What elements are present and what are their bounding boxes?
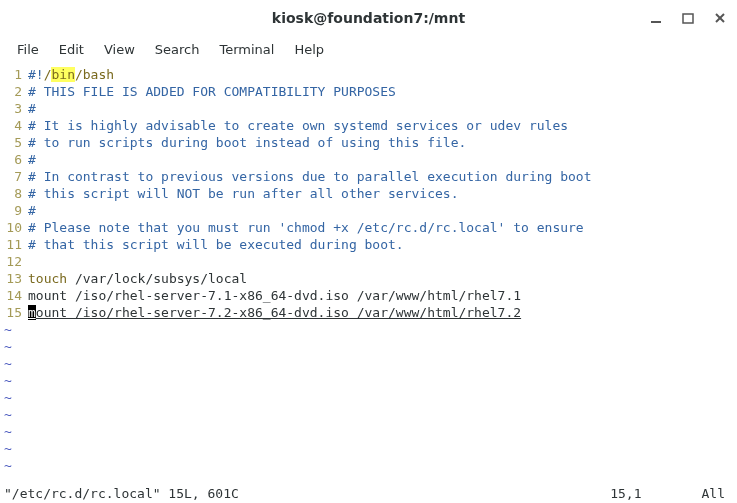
code-line: 2# THIS FILE IS ADDED FOR COMPATIBILITY … [0, 83, 737, 100]
line-number: 3 [0, 100, 28, 117]
empty-tilde-line: ~ [0, 321, 737, 338]
status-cursor-pos: 15,1 [610, 485, 701, 503]
tilde-marker: ~ [0, 372, 12, 389]
line-text: # this script will NOT be run after all … [28, 185, 458, 202]
menu-help[interactable]: Help [285, 40, 333, 59]
search-highlight: bin [51, 67, 74, 82]
code-line: 1#!/bin/bash [0, 66, 737, 83]
tilde-marker: ~ [0, 406, 12, 423]
line-number: 4 [0, 117, 28, 134]
line-text: mount /iso/rhel-server-7.2-x86_64-dvd.is… [28, 304, 521, 321]
line-number: 12 [0, 253, 28, 270]
line-text: touch /var/lock/subsys/local [28, 270, 247, 287]
menu-edit[interactable]: Edit [50, 40, 93, 59]
line-number: 2 [0, 83, 28, 100]
empty-tilde-line: ~ [0, 355, 737, 372]
line-text: # [28, 151, 36, 168]
empty-tilde-line: ~ [0, 372, 737, 389]
line-number: 8 [0, 185, 28, 202]
close-icon[interactable] [713, 11, 727, 25]
line-number: 5 [0, 134, 28, 151]
window-title: kiosk@foundation7:/mnt [272, 10, 465, 26]
line-number: 13 [0, 270, 28, 287]
code-line: 12 [0, 253, 737, 270]
code-line: 10# Please note that you must run 'chmod… [0, 219, 737, 236]
tilde-marker: ~ [0, 355, 12, 372]
svg-rect-1 [683, 14, 693, 23]
line-number: 1 [0, 66, 28, 83]
line-text: # [28, 202, 36, 219]
line-text: # [28, 100, 36, 117]
empty-tilde-line: ~ [0, 440, 737, 457]
line-text: # It is highly advisable to create own s… [28, 117, 568, 134]
tilde-marker: ~ [0, 440, 12, 457]
tilde-marker: ~ [0, 423, 12, 440]
menu-file[interactable]: File [8, 40, 48, 59]
titlebar: kiosk@foundation7:/mnt [0, 0, 737, 36]
line-text: # to run scripts during boot instead of … [28, 134, 466, 151]
status-file-info: "/etc/rc.d/rc.local" 15L, 601C [0, 485, 239, 503]
empty-tilde-line: ~ [0, 338, 737, 355]
line-text: # THIS FILE IS ADDED FOR COMPATIBILITY P… [28, 83, 396, 100]
line-number: 11 [0, 236, 28, 253]
terminal-area[interactable]: 1#!/bin/bash 2# THIS FILE IS ADDED FOR C… [0, 62, 737, 485]
line-number: 7 [0, 168, 28, 185]
line-text: # Please note that you must run 'chmod +… [28, 219, 584, 236]
cursor: m [28, 305, 36, 320]
menu-view[interactable]: View [95, 40, 144, 59]
code-line: 3# [0, 100, 737, 117]
window-controls [649, 0, 727, 36]
line-number: 9 [0, 202, 28, 219]
line-number: 14 [0, 287, 28, 304]
code-line: 7# In contrast to previous versions due … [0, 168, 737, 185]
tilde-marker: ~ [0, 389, 12, 406]
code-line-current: 15mount /iso/rhel-server-7.2-x86_64-dvd.… [0, 304, 737, 321]
code-line: 13touch /var/lock/subsys/local [0, 270, 737, 287]
line-text: #!/bin/bash [28, 66, 114, 83]
maximize-icon[interactable] [681, 11, 695, 25]
code-line: 5# to run scripts during boot instead of… [0, 134, 737, 151]
minimize-icon[interactable] [649, 11, 663, 25]
line-text: # In contrast to previous versions due t… [28, 168, 592, 185]
line-number: 15 [0, 304, 28, 321]
code-line: 11# that this script will be executed du… [0, 236, 737, 253]
code-line: 6# [0, 151, 737, 168]
line-text: # that this script will be executed duri… [28, 236, 404, 253]
tilde-marker: ~ [0, 321, 12, 338]
empty-tilde-line: ~ [0, 423, 737, 440]
code-line: 8# this script will NOT be run after all… [0, 185, 737, 202]
empty-tilde-line: ~ [0, 406, 737, 423]
line-text: mount /iso/rhel-server-7.1-x86_64-dvd.is… [28, 287, 521, 304]
menu-terminal[interactable]: Terminal [210, 40, 283, 59]
menubar: File Edit View Search Terminal Help [0, 36, 737, 62]
tilde-marker: ~ [0, 457, 12, 474]
empty-tilde-line: ~ [0, 389, 737, 406]
code-line: 4# It is highly advisable to create own … [0, 117, 737, 134]
code-line: 9# [0, 202, 737, 219]
code-line: 14mount /iso/rhel-server-7.1-x86_64-dvd.… [0, 287, 737, 304]
status-scroll: All [702, 485, 737, 503]
line-number: 6 [0, 151, 28, 168]
line-number: 10 [0, 219, 28, 236]
tilde-marker: ~ [0, 338, 12, 355]
menu-search[interactable]: Search [146, 40, 209, 59]
vim-statusbar: "/etc/rc.d/rc.local" 15L, 601C 15,1 All [0, 485, 737, 503]
empty-tilde-line: ~ [0, 457, 737, 474]
